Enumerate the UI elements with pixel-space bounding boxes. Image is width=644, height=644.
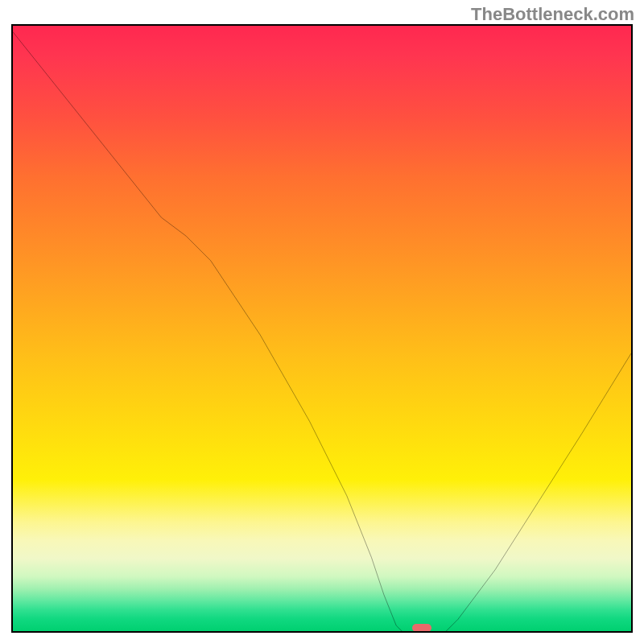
watermark-text: TheBottleneck.com	[471, 4, 634, 25]
chart-plot-area	[11, 24, 633, 633]
optimal-point-marker	[412, 624, 431, 632]
bottleneck-curve	[13, 26, 631, 633]
